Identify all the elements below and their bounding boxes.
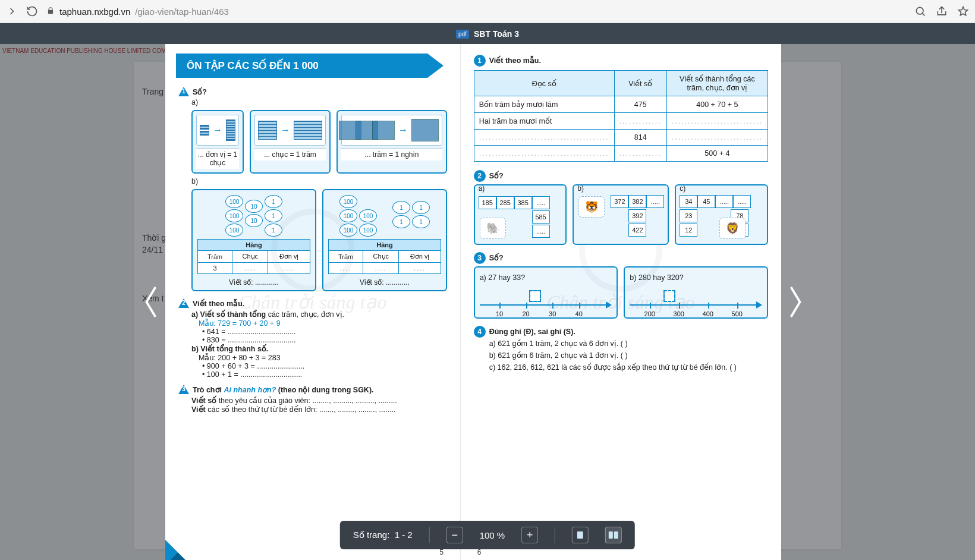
badge-2: 2 <box>474 170 486 182</box>
l2b: b) Viết tổng thành số. <box>191 344 447 353</box>
read-write-table: Đọc sốViết sốViết số thành tổng các trăm… <box>474 70 768 162</box>
hang-table-2: Hàng TrămChụcĐơn vị ............ <box>328 239 441 274</box>
doc-title: SBT Toán 3 <box>474 29 519 39</box>
item-830: • 830 = ................................… <box>202 336 447 344</box>
page-number-right: 6 <box>477 548 482 556</box>
axis-b: b) 280 hay 320? 200 300 400 500 <box>624 266 768 319</box>
r-section-4: 4Đúng ghi (Đ), sai ghi (S). <box>474 326 768 338</box>
r-section-2: 2Số? <box>474 170 768 182</box>
box-donvi: → ... đơn vị = 1 chục <box>191 110 244 174</box>
mau2: Mẫu: 200 + 80 + 3 = 283 <box>199 353 447 362</box>
section-1-header: 1 Số? <box>178 87 207 96</box>
lock-icon <box>46 7 55 17</box>
r4-title: Đúng ghi (Đ), sai ghi (S). <box>489 328 575 336</box>
badge-3: 3 <box>474 252 486 264</box>
axis-a-label: a) 27 hay 33? <box>480 273 612 282</box>
r1-title: Viết theo mẫu. <box>489 56 541 65</box>
url-domain: taphuan.nxbgd.vn <box>59 7 130 17</box>
tiger-icon: 🐯 <box>578 196 605 218</box>
g2: Viết số theo yêu cầu của giáo viên: ....… <box>191 396 447 405</box>
g1: Trò chơi Ai nhanh hơn? (theo nội dung tr… <box>193 385 374 394</box>
r3-title: Số? <box>489 254 504 262</box>
so-box-a: a) 185285385..... 585 ..... 🐘 <box>474 184 567 245</box>
prev-page-button[interactable] <box>138 279 164 325</box>
cap-tram: ... trăm = 1 nghìn <box>341 148 442 161</box>
section-2-title: Viết theo mẫu. <box>193 299 244 308</box>
pv-box-2: 100100100100100 1111 Hàng TrămChụcĐơn vị… <box>322 189 447 291</box>
svg-point-0 <box>916 7 923 14</box>
svg-rect-3 <box>614 531 618 539</box>
badge-4: 4 <box>474 326 486 338</box>
page-left: Chân trời sáng tạo ÔN TẬP CÁC SỐ ĐẾN 1 0… <box>165 44 460 560</box>
sub-a: a) <box>191 98 447 106</box>
axis-b-label: b) 280 hay 320? <box>630 273 762 282</box>
address-bar[interactable]: taphuan.nxbgd.vn/giao-vien/tap-huan/463 <box>46 7 906 17</box>
box-chuc: → ... chục = 1 trăm <box>250 110 331 174</box>
axis-a: a) 27 hay 33? 10 20 30 40 <box>474 266 618 319</box>
cap-chuc: ... chục = 1 trăm <box>254 148 326 161</box>
hang-table-1: Hàng TrămChụcĐơn vị 3........ <box>197 239 310 274</box>
triangle-icon: 2 <box>178 298 189 308</box>
cap-donvi: ... đơn vị = 1 chục <box>196 148 239 169</box>
star-icon[interactable] <box>957 5 969 17</box>
double-page-button[interactable] <box>605 527 622 543</box>
so-box-c: c) 3445.......... 2378 12..... 🦁 <box>675 184 768 245</box>
item-641: • 641 = ................................… <box>202 328 447 336</box>
zoom-in-button[interactable]: + <box>521 527 538 543</box>
single-page-button[interactable] <box>572 527 589 543</box>
q4c: c) 162, 216, 612, 621 là các số được sắp… <box>489 361 768 373</box>
item-900: • 900 + 60 + 3 = ....................... <box>202 362 447 370</box>
so-box-b: b) 🐯 372382..... 392 422 <box>573 184 669 245</box>
next-page-button[interactable] <box>782 279 809 325</box>
sub-b: b) <box>191 177 447 185</box>
triangle-icon: 3 <box>178 385 189 394</box>
viet-so-2: Viết số: ............ <box>360 278 410 287</box>
reload-icon[interactable] <box>26 5 38 17</box>
zoom-value: 100 % <box>480 530 505 540</box>
svg-rect-2 <box>609 531 613 539</box>
page-right: Chân trời sáng tạo 1Viết theo mẫu. Đọc s… <box>461 44 781 560</box>
triangle-icon: 1 <box>178 87 189 96</box>
elephant-icon: 🐘 <box>480 218 506 239</box>
l2a: a) Viết số thành tổng các trăm, chục, đơ… <box>191 310 447 319</box>
page-indicator: Số trang: 1 - 2 <box>353 530 413 540</box>
g3: Viết các số theo thứ tự từ bé đến lớn: .… <box>191 405 447 414</box>
forward-icon[interactable] <box>6 5 18 17</box>
zoom-icon[interactable] <box>914 5 926 17</box>
section-1-title: Số? <box>193 87 207 96</box>
mau1: Mẫu: 729 = 700 + 20 + 9 <box>199 319 447 328</box>
pv-box-1: 100100100 1010 111 Hàng TrămChụcĐơn vị 3… <box>191 189 316 291</box>
r2-title: Số? <box>489 172 504 180</box>
url-path: /giao-vien/tap-huan/463 <box>135 7 229 17</box>
lightbox-overlay: Chân trời sáng tạo ÔN TẬP CÁC SỐ ĐẾN 1 0… <box>0 44 975 560</box>
svg-rect-1 <box>577 531 583 539</box>
viewer-titlebar: pdf SBT Toán 3 <box>0 23 975 45</box>
r-section-1: 1Viết theo mẫu. <box>474 55 768 67</box>
box-tram: → ... trăm = 1 nghìn <box>336 110 447 174</box>
section-3-header: 3 Trò chơi Ai nhanh hơn? (theo nội dung … <box>178 385 374 394</box>
axis-row: a) 27 hay 33? 10 20 30 40 b) 280 hay 320… <box>474 266 768 319</box>
so-boxes: a) 185285385..... 585 ..... 🐘 b) 🐯 37 <box>474 184 768 245</box>
viet-so-1: Viết số: ............ <box>229 278 279 287</box>
unit-boxes: → ... đơn vị = 1 chục → ... chục = 1 tră… <box>191 110 447 174</box>
lion-icon: 🦁 <box>719 218 746 239</box>
pdf-badge: pdf <box>456 30 469 39</box>
zoom-out-button[interactable]: − <box>446 527 463 543</box>
r-section-3: 3Số? <box>474 252 768 264</box>
browser-chrome: taphuan.nxbgd.vn/giao-vien/tap-huan/463 <box>0 0 975 23</box>
share-icon[interactable] <box>936 5 948 17</box>
place-value-row: 100100100 1010 111 Hàng TrămChụcĐơn vị 3… <box>191 189 447 291</box>
viewer-toolbar: Số trang: 1 - 2 − 100 % + <box>340 521 635 549</box>
q4a: a) 621 gồm 1 trăm, 2 chục và 6 đơn vị. (… <box>489 338 768 350</box>
item-100: • 100 + 1 = ............................… <box>202 370 447 379</box>
lesson-banner: ÔN TẬP CÁC SỐ ĐẾN 1 000 <box>176 54 444 78</box>
q4b: b) 621 gồm 6 trăm, 2 chục và 1 đơn vị. (… <box>489 350 768 361</box>
badge-1: 1 <box>474 55 486 67</box>
section-2-header: 2 Viết theo mẫu. <box>178 298 244 308</box>
document-spread: Chân trời sáng tạo ÔN TẬP CÁC SỐ ĐẾN 1 0… <box>165 44 781 560</box>
page-number-left: 5 <box>439 548 444 556</box>
